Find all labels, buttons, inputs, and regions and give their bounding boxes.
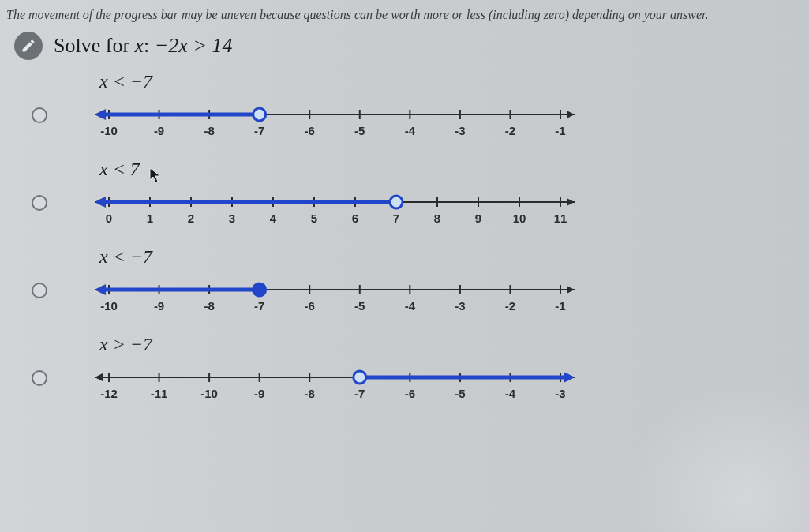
radio-button[interactable] xyxy=(32,283,47,298)
tick-label: 0 xyxy=(106,212,112,225)
answer-option: x < −7-10-9-8-7-6-5-4-3-2-1 xyxy=(66,246,809,323)
tick-label: 9 xyxy=(475,212,481,225)
page: The movement of the progress bar may be … xyxy=(0,0,809,532)
tick-label: -12 xyxy=(100,387,118,400)
question-row: Solve for x: −2x > 14 xyxy=(0,27,809,63)
tick-label: 2 xyxy=(188,212,194,225)
question-expr: −2x > 14 xyxy=(155,34,233,57)
tick-label: 8 xyxy=(434,212,440,225)
svg-marker-51 xyxy=(95,373,103,381)
tick-label: -5 xyxy=(354,124,365,137)
svg-marker-64 xyxy=(564,372,575,383)
question-text: Solve for x: −2x > 14 xyxy=(54,34,232,58)
tick-label: -6 xyxy=(405,387,415,400)
option-label: x < 7 xyxy=(99,159,809,180)
question-prefix: Solve for xyxy=(54,34,135,57)
svg-point-33 xyxy=(390,196,403,208)
svg-marker-36 xyxy=(567,286,575,294)
tick-label: -4 xyxy=(405,124,415,137)
tick-label: 1 xyxy=(147,212,153,225)
tick-label: -9 xyxy=(154,124,164,137)
tick-label: -1 xyxy=(555,299,565,313)
question-var: x xyxy=(135,34,144,57)
tick-label: -2 xyxy=(505,299,515,313)
svg-marker-2 xyxy=(567,111,575,118)
svg-marker-48 xyxy=(95,284,106,295)
tick-label: -4 xyxy=(505,387,515,400)
tick-label: -7 xyxy=(254,299,264,313)
answer-option: x < −7-10-9-8-7-6-5-4-3-2-1 xyxy=(66,71,809,148)
tick-label: -10 xyxy=(100,299,118,313)
svg-point-65 xyxy=(354,371,366,384)
tick-label: 10 xyxy=(513,212,526,225)
tick-label: -10 xyxy=(200,387,218,400)
tick-label: 4 xyxy=(270,212,276,225)
options-container: x < −7-10-9-8-7-6-5-4-3-2-1x < 701234567… xyxy=(0,63,809,410)
tick-label: 3 xyxy=(229,212,235,225)
tick-label: -9 xyxy=(254,387,264,400)
tick-label: -6 xyxy=(305,299,315,313)
tick-label: -4 xyxy=(405,299,415,313)
tick-label: -8 xyxy=(204,124,214,137)
tick-label: -6 xyxy=(305,124,315,137)
question-colon: : xyxy=(144,34,155,57)
tick-label: -2 xyxy=(505,124,515,137)
svg-point-49 xyxy=(253,283,266,296)
progress-hint: The movement of the progress bar may be … xyxy=(0,0,809,27)
pencil-icon xyxy=(14,32,43,60)
number-line: -12-11-10-9-8-7-6-5-4-3 xyxy=(90,363,579,410)
svg-marker-14 xyxy=(95,109,106,120)
tick-label: -8 xyxy=(305,387,315,400)
tick-label: -3 xyxy=(555,387,565,400)
number-line: 01234567891011 xyxy=(90,188,579,235)
number-line: -10-9-8-7-6-5-4-3-2-1 xyxy=(90,275,579,323)
number-line: -10-9-8-7-6-5-4-3-2-1 xyxy=(90,100,579,148)
tick-label: -5 xyxy=(354,299,365,313)
option-label: x < −7 xyxy=(99,246,809,268)
radio-button[interactable] xyxy=(32,195,47,211)
tick-label: -8 xyxy=(204,299,214,313)
tick-label: 5 xyxy=(311,212,317,225)
svg-marker-32 xyxy=(95,197,106,208)
tick-label: 6 xyxy=(352,212,358,225)
radio-button[interactable] xyxy=(32,107,47,123)
tick-label: 11 xyxy=(554,212,567,225)
tick-label: 7 xyxy=(393,212,399,225)
tick-label: -9 xyxy=(154,299,164,313)
tick-label: -7 xyxy=(354,387,365,400)
svg-marker-18 xyxy=(567,198,575,206)
tick-label: -3 xyxy=(455,124,465,137)
svg-point-15 xyxy=(253,108,266,121)
tick-label: -3 xyxy=(455,299,465,313)
tick-label: -7 xyxy=(254,124,264,137)
tick-label: -11 xyxy=(151,387,168,400)
radio-button[interactable] xyxy=(32,370,47,386)
answer-option: x < 701234567891011 xyxy=(66,159,809,235)
tick-label: -1 xyxy=(555,124,565,137)
answer-option: x > −7-12-11-10-9-8-7-6-5-4-3 xyxy=(66,334,809,410)
option-label: x < −7 xyxy=(99,71,809,92)
tick-label: -5 xyxy=(455,387,465,400)
tick-label: -10 xyxy=(100,124,118,137)
option-label: x > −7 xyxy=(99,334,809,355)
